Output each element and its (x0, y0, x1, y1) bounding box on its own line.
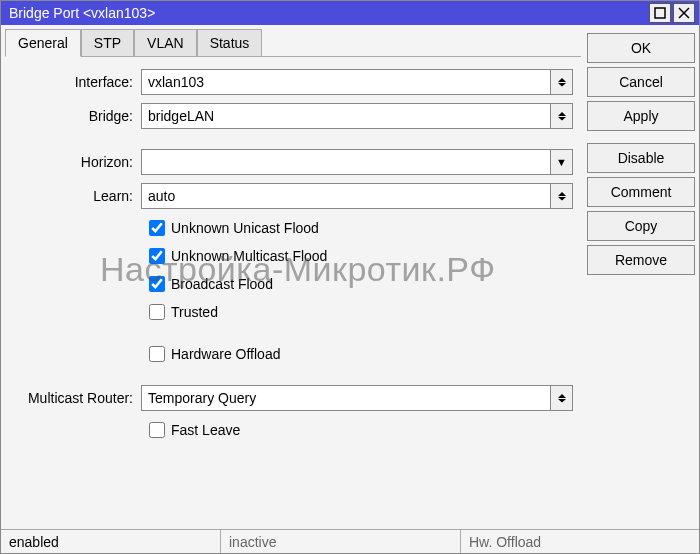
broadcast-flood-label: Broadcast Flood (171, 276, 273, 292)
bridge-dropdown-button[interactable] (551, 103, 573, 129)
unknown-unicast-label: Unknown Unicast Flood (171, 220, 319, 236)
horizon-dropdown-button[interactable]: ▼ (551, 149, 573, 175)
tab-general[interactable]: General (5, 29, 81, 57)
bridge-input[interactable] (141, 103, 551, 129)
svg-marker-4 (558, 83, 566, 87)
bridge-port-window: Bridge Port <vxlan103> General STP VLAN … (0, 0, 700, 554)
svg-marker-10 (558, 399, 566, 403)
multicast-router-label: Multicast Router: (13, 390, 141, 406)
svg-marker-5 (558, 112, 566, 116)
bridge-label: Bridge: (13, 108, 141, 124)
cancel-button[interactable]: Cancel (587, 67, 695, 97)
svg-marker-3 (558, 78, 566, 82)
horizon-input[interactable] (141, 149, 551, 175)
unknown-unicast-checkbox[interactable] (149, 220, 165, 236)
comment-button[interactable]: Comment (587, 177, 695, 207)
fast-leave-label: Fast Leave (171, 422, 240, 438)
window-title: Bridge Port <vxlan103> (9, 5, 647, 21)
titlebar: Bridge Port <vxlan103> (1, 1, 699, 25)
svg-marker-6 (558, 117, 566, 121)
window-maximize-button[interactable] (649, 3, 671, 23)
multicast-router-input[interactable] (141, 385, 551, 411)
multicast-router-dropdown-button[interactable] (551, 385, 573, 411)
learn-input[interactable] (141, 183, 551, 209)
horizon-label: Horizon: (13, 154, 141, 170)
hardware-offload-checkbox[interactable] (149, 346, 165, 362)
status-hw-offload: Hw. Offload (461, 530, 699, 553)
interface-label: Interface: (13, 74, 141, 90)
statusbar: enabled inactive Hw. Offload (1, 529, 699, 553)
interface-input[interactable] (141, 69, 551, 95)
interface-dropdown-button[interactable] (551, 69, 573, 95)
trusted-label: Trusted (171, 304, 218, 320)
tab-stp[interactable]: STP (81, 29, 134, 57)
status-enabled: enabled (1, 530, 221, 553)
disable-button[interactable]: Disable (587, 143, 695, 173)
tab-status[interactable]: Status (197, 29, 263, 57)
svg-marker-7 (558, 192, 566, 196)
svg-rect-0 (655, 8, 665, 18)
action-buttons: OK Cancel Apply Disable Comment Copy Rem… (587, 29, 695, 525)
learn-dropdown-button[interactable] (551, 183, 573, 209)
svg-marker-8 (558, 197, 566, 201)
hardware-offload-label: Hardware Offload (171, 346, 280, 362)
window-close-button[interactable] (673, 3, 695, 23)
status-inactive: inactive (221, 530, 461, 553)
ok-button[interactable]: OK (587, 33, 695, 63)
broadcast-flood-checkbox[interactable] (149, 276, 165, 292)
tab-content-general: Interface: Bridge: (5, 56, 581, 525)
svg-marker-9 (558, 394, 566, 398)
learn-label: Learn: (13, 188, 141, 204)
unknown-multicast-label: Unknown Multicast Flood (171, 248, 327, 264)
unknown-multicast-checkbox[interactable] (149, 248, 165, 264)
tabs: General STP VLAN Status (5, 29, 581, 57)
trusted-checkbox[interactable] (149, 304, 165, 320)
remove-button[interactable]: Remove (587, 245, 695, 275)
fast-leave-checkbox[interactable] (149, 422, 165, 438)
apply-button[interactable]: Apply (587, 101, 695, 131)
copy-button[interactable]: Copy (587, 211, 695, 241)
tab-vlan[interactable]: VLAN (134, 29, 197, 57)
